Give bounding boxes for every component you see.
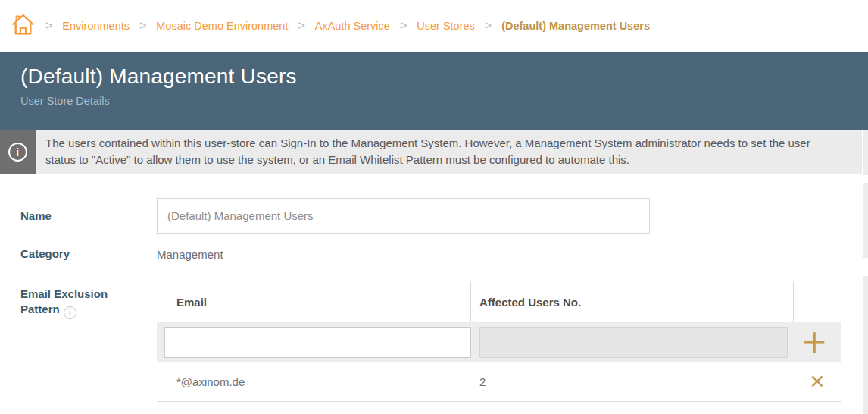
column-header-actions: [794, 281, 841, 322]
name-input[interactable]: [157, 198, 650, 234]
user-store-details-page: > Environments > Mosaic Demo Environment…: [0, 0, 868, 414]
info-banner-icon-box: i: [0, 130, 36, 174]
breadcrumb-item-mosaic-demo-environment[interactable]: Mosaic Demo Environment: [156, 20, 288, 32]
category-value: Management: [157, 248, 223, 261]
home-icon: [11, 11, 36, 41]
email-exclusion-table: Email Affected Users No. + *@axinom.de 2…: [157, 281, 841, 402]
email-exclusion-label-line2: Pattern: [20, 303, 60, 315]
new-pattern-row: +: [157, 322, 841, 362]
home-button[interactable]: [11, 11, 36, 41]
remove-pattern-button[interactable]: ✕: [810, 372, 826, 391]
table-row: *@axinom.de 2 ✕: [157, 362, 841, 402]
breadcrumb-current-page: (Default) Management Users: [501, 20, 650, 32]
page-subtitle: User Store Details: [20, 95, 868, 107]
breadcrumb-item-environments[interactable]: Environments: [62, 20, 130, 32]
breadcrumb-separator-icon: >: [485, 19, 492, 33]
email-exclusion-help-icon[interactable]: i: [64, 306, 76, 319]
info-icon: i: [8, 143, 27, 162]
info-banner: i The users contained within this user-s…: [0, 130, 862, 174]
breadcrumb-separator-icon: >: [298, 19, 304, 33]
scrollbar-gap: [863, 175, 868, 183]
info-banner-text: The users contained within this user-sto…: [36, 130, 862, 174]
name-field-row: Name: [0, 198, 868, 234]
category-label: Category: [20, 247, 70, 260]
pattern-affected-users-value: 2: [471, 375, 794, 388]
new-email-pattern-input[interactable]: [164, 327, 471, 358]
column-header-email: Email: [157, 281, 471, 322]
column-header-affected-users: Affected Users No.: [471, 281, 794, 322]
pattern-email-value: *@axinom.de: [157, 375, 471, 388]
name-label: Name: [20, 209, 52, 222]
breadcrumb: > Environments > Mosaic Demo Environment…: [0, 0, 868, 52]
breadcrumb-item-axauth-service[interactable]: AxAuth Service: [315, 20, 390, 32]
page-title: (Default) Management Users: [20, 64, 868, 89]
category-field-row: Category Management: [0, 246, 868, 262]
affected-users-input-disabled: [479, 327, 788, 358]
add-pattern-button[interactable]: +: [801, 331, 827, 353]
table-header-row: Email Affected Users No.: [157, 281, 841, 322]
breadcrumb-item-user-stores[interactable]: User Stores: [417, 20, 475, 32]
email-exclusion-row: Email Exclusion Patterni Email Affected …: [0, 281, 868, 402]
scrollbar-gap: [863, 258, 868, 276]
breadcrumb-separator-icon: >: [45, 19, 52, 33]
breadcrumb-separator-icon: >: [139, 19, 146, 33]
page-header: (Default) Management Users User Store De…: [0, 52, 868, 130]
email-exclusion-label-line1: Email Exclusion: [20, 287, 157, 302]
breadcrumb-separator-icon: >: [400, 19, 407, 33]
